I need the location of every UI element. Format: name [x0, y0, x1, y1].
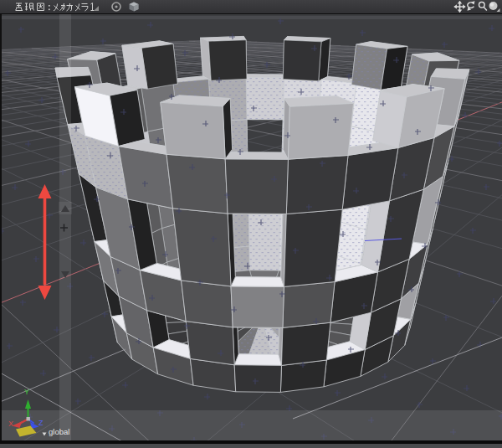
svg-text:Z: Z: [38, 419, 44, 427]
svg-text:Y: Y: [24, 388, 29, 396]
svg-text:global: global: [49, 427, 69, 436]
svg-text:X: X: [8, 420, 13, 428]
